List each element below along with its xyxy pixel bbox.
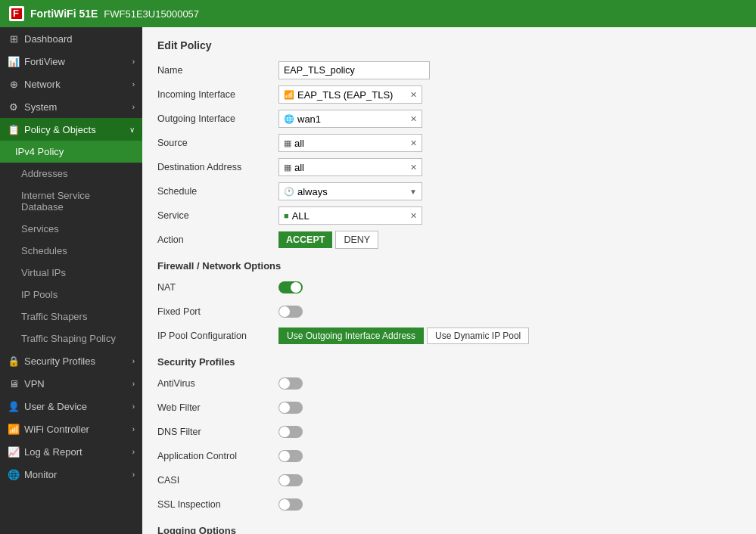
sidebar-item-ipv4-policy[interactable]: IPv4 Policy	[0, 141, 142, 163]
casi-toggle[interactable]	[278, 474, 303, 486]
wifi-ctrl-icon: 📶	[8, 423, 20, 435]
fortinet-logo: F	[9, 6, 24, 21]
ip-pool-label: IP Pool Configuration	[157, 331, 278, 341]
dns-filter-toggle[interactable]	[278, 426, 303, 438]
security-icon: 🔒	[8, 355, 20, 367]
device-serial: FWF51E3U15000057	[104, 8, 199, 20]
dashboard-icon: ⊞	[8, 33, 20, 45]
vpn-icon: 🖥	[8, 377, 20, 390]
sidebar-label-policy: Policy & Objects	[24, 124, 96, 135]
page-title: Edit Policy	[157, 39, 741, 51]
sidebar-item-ip-pools[interactable]: IP Pools	[0, 284, 142, 306]
sidebar-item-services[interactable]: Services	[0, 218, 142, 240]
service-field[interactable]: ■ ALL ✕	[278, 206, 422, 225]
outgoing-clear-btn[interactable]: ✕	[410, 114, 417, 124]
sidebar-label-log: Log & Report	[24, 446, 82, 458]
service-row: Service ■ ALL ✕	[157, 206, 741, 225]
svg-text:F: F	[13, 8, 19, 19]
sidebar-item-wifi-controller[interactable]: 📶 WiFi Controller ›	[0, 418, 142, 440]
use-outgoing-btn[interactable]: Use Outgoing Interface Address	[278, 328, 424, 344]
ip-pool-control: Use Outgoing Interface Address Use Dynam…	[278, 328, 529, 344]
sidebar-item-internet-service-db[interactable]: Internet Service Database	[0, 185, 142, 218]
sidebar-item-addresses[interactable]: Addresses	[0, 163, 142, 185]
logging-section-title: Logging Options	[157, 525, 741, 534]
sidebar-item-vpn[interactable]: 🖥 VPN ›	[0, 372, 142, 395]
network-icon: ⊕	[8, 78, 20, 90]
sidebar-item-system[interactable]: ⚙ System ›	[0, 95, 142, 118]
sidebar-item-policy-objects[interactable]: 📋 Policy & Objects ∨	[0, 118, 142, 141]
app-header: F FortiWiFi 51E FWF51E3U15000057	[0, 0, 756, 27]
nat-toggle[interactable]	[278, 281, 303, 293]
sidebar-label-vpn: VPN	[24, 378, 45, 390]
schedule-label: Schedule	[157, 186, 278, 197]
sidebar-label-wifi: WiFi Controller	[24, 424, 89, 435]
action-label: Action	[157, 234, 278, 245]
sidebar-item-dashboard[interactable]: ⊞ Dashboard	[0, 27, 142, 50]
sidebar-label-schedules: Schedules	[21, 245, 67, 256]
web-filter-toggle[interactable]	[278, 402, 303, 414]
source-control: ▦ all ✕	[278, 134, 422, 152]
sidebar-item-traffic-shapers[interactable]: Traffic Shapers	[0, 306, 142, 328]
destination-row: Destination Address ▦ all ✕	[157, 157, 741, 177]
use-dynamic-btn[interactable]: Use Dynamic IP Pool	[427, 328, 529, 344]
user-icon: 👤	[8, 400, 20, 412]
dest-value: all	[294, 162, 304, 173]
name-row: Name	[157, 61, 741, 80]
sidebar-item-security-profiles[interactable]: 🔒 Security Profiles ›	[0, 349, 142, 372]
name-input[interactable]	[278, 61, 430, 79]
schedule-value: always	[297, 186, 328, 197]
fixed-port-toggle[interactable]	[278, 306, 303, 318]
sidebar-item-schedules[interactable]: Schedules	[0, 240, 142, 262]
sidebar-item-user-device[interactable]: 👤 User & Device ›	[0, 395, 142, 418]
source-field[interactable]: ▦ all ✕	[278, 134, 422, 152]
incoming-field[interactable]: 📶 EAP_TLS (EAP_TLS) ✕	[278, 85, 422, 104]
vpn-chevron: ›	[132, 380, 135, 388]
fixed-port-row: Fixed Port	[157, 302, 741, 321]
sidebar-item-fortiview[interactable]: 📊 FortiView ›	[0, 50, 142, 73]
sidebar-item-log-report[interactable]: 📈 Log & Report ›	[0, 440, 142, 463]
dest-clear-btn[interactable]: ✕	[410, 163, 417, 172]
sidebar-label-user: User & Device	[24, 401, 87, 412]
main-content: Edit Policy Name Incoming Interface 📶 EA…	[142, 27, 756, 534]
nat-row: NAT	[157, 278, 741, 297]
ssl-toggle[interactable]	[278, 498, 303, 511]
monitor-chevron: ›	[132, 470, 135, 479]
incoming-clear-btn[interactable]: ✕	[410, 90, 417, 100]
antivirus-toggle[interactable]	[278, 377, 303, 390]
sidebar-label-tsp: Traffic Shaping Policy	[21, 333, 116, 344]
sidebar-item-traffic-shaping-policy[interactable]: Traffic Shaping Policy	[0, 328, 142, 349]
action-control: ACCEPT DENY	[278, 231, 378, 249]
system-chevron: ›	[132, 103, 135, 111]
service-clear-btn[interactable]: ✕	[410, 211, 417, 221]
source-row: Source ▦ all ✕	[157, 133, 741, 153]
dest-field[interactable]: ▦ all ✕	[278, 158, 422, 176]
device-name: FortiWiFi 51E	[30, 8, 98, 20]
security-section-title: Security Profiles	[157, 356, 741, 368]
sidebar-item-virtual-ips[interactable]: Virtual IPs	[0, 262, 142, 284]
grid-source-icon: ▦	[284, 138, 291, 148]
app-control-row: Application Control	[157, 446, 741, 466]
deny-button[interactable]: DENY	[335, 231, 378, 249]
schedule-row: Schedule 🕐 always ▼	[157, 182, 741, 201]
sidebar-item-network[interactable]: ⊕ Network ›	[0, 73, 142, 95]
wifi-chevron: ›	[132, 425, 135, 433]
outgoing-field[interactable]: 🌐 wan1 ✕	[278, 110, 422, 128]
web-filter-row: Web Filter	[157, 398, 741, 418]
app-control-toggle[interactable]	[278, 450, 303, 462]
schedule-field[interactable]: 🕐 always ▼	[278, 182, 422, 200]
sidebar-item-monitor[interactable]: 🌐 Monitor ›	[0, 463, 142, 486]
casi-label: CASI	[157, 475, 278, 486]
casi-row: CASI	[157, 470, 741, 490]
dest-label: Destination Address	[157, 162, 278, 172]
sidebar-label-dashboard: Dashboard	[24, 33, 73, 45]
sidebar-label-services: Services	[21, 223, 59, 234]
accept-button[interactable]: ACCEPT	[278, 231, 332, 248]
nat-label: NAT	[157, 282, 278, 293]
policy-chevron: ∨	[129, 126, 135, 134]
source-clear-btn[interactable]: ✕	[410, 138, 417, 148]
antivirus-label: AntiVirus	[157, 378, 278, 389]
sidebar-label-network: Network	[24, 79, 61, 90]
log-chevron: ›	[132, 448, 135, 456]
policy-icon: 📋	[8, 123, 20, 135]
dns-filter-row: DNS Filter	[157, 422, 741, 442]
